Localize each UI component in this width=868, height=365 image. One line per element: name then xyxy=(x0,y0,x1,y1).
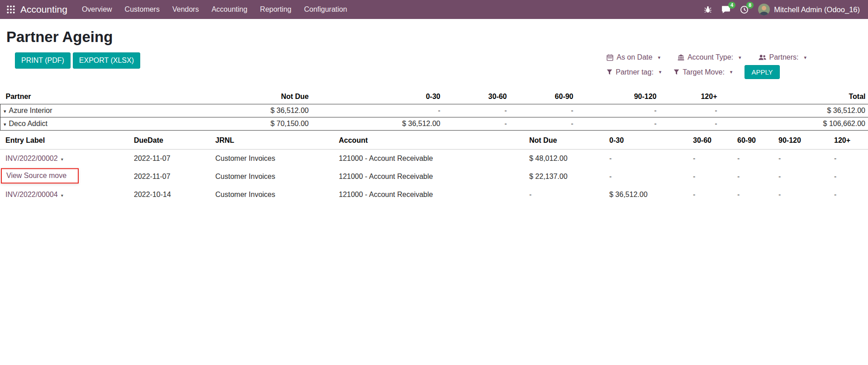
filter-label: Partner tag: xyxy=(616,68,654,76)
grid-icon xyxy=(6,5,15,14)
col-90-120: 90-120 xyxy=(576,91,659,104)
partner-name: Azure Interior xyxy=(9,107,52,114)
cell-jrnl: Customer Invoices xyxy=(213,186,336,204)
messages-button[interactable]: 4 xyxy=(721,5,730,14)
caret-down-icon: ▾ xyxy=(4,108,6,114)
cell-120-plus: - xyxy=(831,150,868,168)
report-buttons: PRINT (PDF) EXPORT (XLSX) xyxy=(15,52,140,69)
menu-accounting[interactable]: Accounting xyxy=(205,0,254,19)
export-xlsx-button[interactable]: EXPORT (XLSX) xyxy=(73,52,140,69)
cell-60-90: - xyxy=(510,117,576,131)
menu-vendors[interactable]: Vendors xyxy=(166,0,205,19)
cell-0-30: $ 36,512.00 xyxy=(607,186,690,204)
debug-bug-icon[interactable] xyxy=(704,5,712,14)
filter-partner-tag[interactable]: Partner tag: ▾ xyxy=(607,68,661,76)
col-60-90: 60-90 xyxy=(735,132,776,150)
cell-60-90: - xyxy=(735,150,776,168)
cell-total: $ 106,662.00 xyxy=(720,117,868,131)
cell-not-due: - xyxy=(526,186,607,204)
cell-due-date: 2022-11-07 xyxy=(131,150,213,168)
filter-partners[interactable]: Partners: ▾ xyxy=(759,53,806,61)
table-row: ▾Deco Addict $ 70,150.00 $ 36,512.00 - -… xyxy=(0,117,868,131)
col-60-90: 60-90 xyxy=(510,91,576,104)
chevron-down-icon[interactable]: ▾ xyxy=(61,157,63,162)
chevron-down-icon[interactable]: ▾ xyxy=(61,193,63,198)
cell-jrnl: Customer Invoices xyxy=(213,168,336,186)
partner-toggle[interactable]: ▾Deco Addict xyxy=(0,117,205,131)
messages-badge: 4 xyxy=(728,2,735,9)
col-total: Total xyxy=(720,91,868,104)
col-entry-label: Entry Label xyxy=(0,132,131,150)
menu-customers[interactable]: Customers xyxy=(119,0,166,19)
cell-120-plus: - xyxy=(831,168,868,186)
cell-0-30: - xyxy=(312,104,443,117)
report-filters: As on Date ▾ Account Type: ▾ xyxy=(607,52,806,79)
col-not-due: Not Due xyxy=(526,132,607,150)
summary-header-row: Partner Not Due 0-30 30-60 60-90 90-120 … xyxy=(0,91,868,104)
menu-reporting[interactable]: Reporting xyxy=(254,0,298,19)
filter-row-1: As on Date ▾ Account Type: ▾ xyxy=(607,53,806,61)
top-navbar: Accounting Overview Customers Vendors Ac… xyxy=(0,0,868,19)
col-90-120: 90-120 xyxy=(776,132,831,150)
cell-due-date: 2022-11-07 xyxy=(131,168,213,186)
filter-row-2: Partner tag: ▾ Target Move: ▾ APPLY xyxy=(607,65,779,79)
cell-30-60: - xyxy=(690,168,735,186)
cell-due-date: 2022-10-14 xyxy=(131,186,213,204)
entry-label-link[interactable]: INV/2022/00002▾ xyxy=(5,154,63,162)
col-30-60: 30-60 xyxy=(690,132,735,150)
cell-120-plus: - xyxy=(831,186,868,204)
chevron-down-icon: ▾ xyxy=(658,55,660,61)
detail-header-row: Entry Label DueDate JRNL Account Not Due… xyxy=(0,132,868,150)
col-120-plus: 120+ xyxy=(831,132,868,150)
activities-button[interactable]: 8 xyxy=(740,5,749,14)
col-120-plus: 120+ xyxy=(659,91,720,104)
menu-overview[interactable]: Overview xyxy=(76,0,119,19)
app-name[interactable]: Accounting xyxy=(20,4,67,15)
cell-account: 121000 - Account Receivable xyxy=(336,150,526,168)
filter-label: Partners: xyxy=(769,53,799,61)
col-0-30: 0-30 xyxy=(312,91,443,104)
topbar-systray: 4 8 Mitchell Admin (Odoo_16) xyxy=(704,4,860,15)
cell-30-60: - xyxy=(690,186,735,204)
col-jrnl: JRNL xyxy=(213,132,336,150)
cell-total: $ 36,512.00 xyxy=(720,104,868,117)
filter-label: Target Move: xyxy=(683,68,724,76)
partner-toggle[interactable]: ▾Azure Interior xyxy=(0,104,205,117)
print-pdf-button[interactable]: PRINT (PDF) xyxy=(15,52,71,69)
activities-badge: 8 xyxy=(746,2,754,9)
cell-60-90: - xyxy=(735,168,776,186)
filter-target-move[interactable]: Target Move: ▾ xyxy=(674,68,732,76)
filter-label: Account Type: xyxy=(688,53,733,61)
table-row: View Source move 2022-11-07 Customer Inv… xyxy=(0,168,868,186)
view-source-move-menu-item[interactable]: View Source move xyxy=(1,168,79,183)
user-name: Mitchell Admin (Odoo_16) xyxy=(774,5,860,14)
cell-not-due: $ 70,150.00 xyxy=(205,117,312,131)
calendar-icon xyxy=(607,54,613,61)
cell-30-60: - xyxy=(690,150,735,168)
cell-0-30: $ 36,512.00 xyxy=(312,117,443,131)
actions-row: PRINT (PDF) EXPORT (XLSX) As on Date ▾ xyxy=(0,52,868,79)
filter-as-on-date[interactable]: As on Date ▾ xyxy=(607,53,660,61)
main-menu: Overview Customers Vendors Accounting Re… xyxy=(76,0,353,19)
cell-90-120: - xyxy=(776,150,831,168)
col-not-due: Not Due xyxy=(205,91,312,104)
cell-120-plus: - xyxy=(659,104,720,117)
partner-summary-table: Partner Not Due 0-30 30-60 60-90 90-120 … xyxy=(0,91,868,131)
chevron-down-icon: ▾ xyxy=(739,55,741,61)
filter-account-type[interactable]: Account Type: ▾ xyxy=(678,53,741,61)
cell-60-90: - xyxy=(510,104,576,117)
col-account: Account xyxy=(336,132,526,150)
cell-0-30: - xyxy=(607,150,690,168)
col-30-60: 30-60 xyxy=(443,91,510,104)
table-row: INV/2022/00004▾ 2022-10-14 Customer Invo… xyxy=(0,186,868,204)
caret-down-icon: ▾ xyxy=(4,122,6,127)
apply-button[interactable]: APPLY xyxy=(745,65,779,79)
cell-not-due: $ 22,137.00 xyxy=(526,168,607,186)
user-menu[interactable]: Mitchell Admin (Odoo_16) xyxy=(758,4,860,15)
cell-60-90: - xyxy=(735,186,776,204)
menu-configuration[interactable]: Configuration xyxy=(298,0,353,19)
table-row: ▾Azure Interior $ 36,512.00 - - - - - $ … xyxy=(0,104,868,117)
cell-90-120: - xyxy=(576,104,659,117)
entry-label-link[interactable]: INV/2022/00004▾ xyxy=(5,191,63,198)
apps-menu-button[interactable] xyxy=(6,5,15,14)
